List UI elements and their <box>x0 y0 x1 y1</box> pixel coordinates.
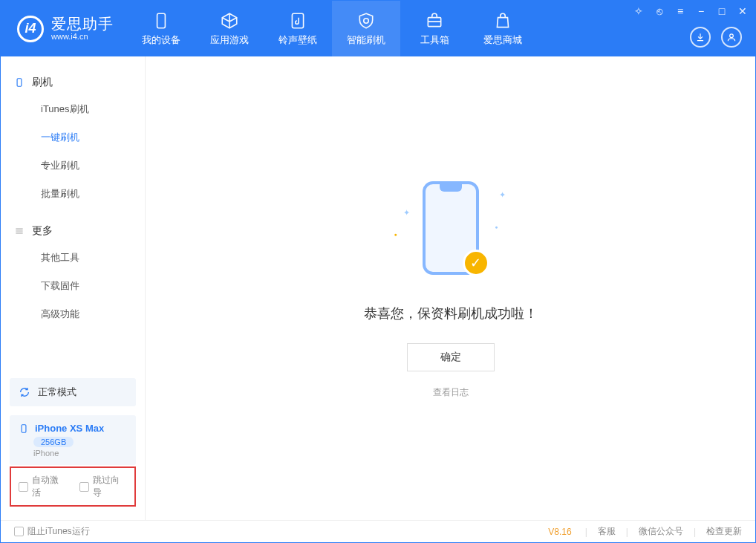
main-tabs: 我的设备 应用游戏 铃声壁纸 智能刷机 工具箱 爱思商城 <box>127 1 537 56</box>
tab-my-device[interactable]: 我的设备 <box>127 1 195 56</box>
device-mode-row[interactable]: 正常模式 <box>10 378 136 406</box>
ok-button[interactable]: 确定 <box>407 343 495 371</box>
footer-link-wechat[interactable]: 微信公众号 <box>639 525 683 538</box>
skip-guide-checkbox[interactable]: 跳过向导 <box>79 474 127 499</box>
sidebar-section-more: 更多 <box>1 218 145 244</box>
svg-rect-1 <box>292 13 303 28</box>
shield-refresh-icon <box>356 11 376 30</box>
checkmark-badge-icon: ✓ <box>463 250 489 276</box>
tab-ringtones-wallpapers[interactable]: 铃声壁纸 <box>264 1 332 56</box>
checkbox-icon <box>19 482 28 492</box>
device-icon <box>151 11 171 30</box>
sidebar-section-flash: 刷机 <box>1 70 145 95</box>
sidebar-item-other-tools[interactable]: 其他工具 <box>1 244 145 272</box>
svg-rect-0 <box>157 13 166 28</box>
app-logo: i4 爱思助手 www.i4.cn <box>1 1 127 56</box>
download-button[interactable] <box>690 27 711 48</box>
toolbox-icon <box>425 11 444 30</box>
checkbox-icon <box>14 527 24 536</box>
version-label: V8.16 <box>548 527 571 537</box>
checkbox-icon <box>79 482 89 492</box>
block-itunes-checkbox[interactable]: 阻止iTunes运行 <box>14 525 90 538</box>
auto-activate-checkbox[interactable]: 自动激活 <box>19 474 66 499</box>
options-row: 自动激活 跳过向导 <box>10 466 136 507</box>
sidebar-item-itunes-flash[interactable]: iTunes刷机 <box>1 95 145 123</box>
tab-label: 我的设备 <box>142 33 180 47</box>
tab-label: 应用游戏 <box>210 33 249 47</box>
user-icon <box>726 32 737 42</box>
maximize-button[interactable]: □ <box>717 5 727 17</box>
sidebar-item-download-firmware[interactable]: 下载固件 <box>1 272 145 300</box>
music-file-icon <box>288 11 307 30</box>
account-button[interactable] <box>721 27 742 48</box>
view-log-link[interactable]: 查看日志 <box>433 386 469 399</box>
device-type: iPhone <box>33 449 127 458</box>
tab-toolbox[interactable]: 工具箱 <box>400 1 469 56</box>
sidebar-item-batch-flash[interactable]: 批量刷机 <box>1 180 145 208</box>
lock-icon[interactable]: ⎋ <box>654 5 665 17</box>
sidebar-item-pro-flash[interactable]: 专业刷机 <box>1 152 145 180</box>
section-title: 刷机 <box>32 76 53 89</box>
list-icon <box>14 226 25 236</box>
tab-smart-flash[interactable]: 智能刷机 <box>332 1 400 56</box>
footer-links: | 客服 | 微信公众号 | 检查更新 <box>585 525 742 538</box>
cube-icon <box>220 11 239 30</box>
device-mode-label: 正常模式 <box>38 386 76 399</box>
bag-icon <box>493 11 512 30</box>
sidebar-item-advanced[interactable]: 高级功能 <box>1 300 145 328</box>
footer-link-update[interactable]: 检查更新 <box>706 525 742 538</box>
tab-apps-games[interactable]: 应用游戏 <box>195 1 264 56</box>
footer-link-support[interactable]: 客服 <box>598 525 616 538</box>
phone-small-icon <box>19 423 29 434</box>
header: i4 爱思助手 www.i4.cn 我的设备 应用游戏 铃声壁纸 智能刷机 工具… <box>1 1 755 56</box>
minimize-button[interactable]: − <box>696 5 706 17</box>
header-actions <box>690 27 742 48</box>
app-title: 爱思助手 <box>51 16 114 32</box>
checkbox-label: 自动激活 <box>32 474 66 499</box>
close-button[interactable]: ✕ <box>737 5 748 17</box>
success-message: 恭喜您，保资料刷机成功啦！ <box>364 305 538 322</box>
app-subtitle: www.i4.cn <box>51 32 114 41</box>
sidebar: 刷机 iTunes刷机 一键刷机 专业刷机 批量刷机 更多 其他工具 下载固件 … <box>1 56 146 520</box>
tab-label: 工具箱 <box>420 33 449 47</box>
menu-icon[interactable]: ≡ <box>675 5 685 17</box>
device-storage-badge: 256GB <box>33 437 74 447</box>
window-controls: ✧ ⎋ ≡ − □ ✕ <box>633 5 748 17</box>
download-icon <box>695 32 706 42</box>
tab-label: 智能刷机 <box>347 33 385 47</box>
sparkle-icon: ● <box>394 232 397 237</box>
svg-rect-4 <box>17 79 22 87</box>
section-title: 更多 <box>32 224 53 238</box>
refresh-icon <box>19 386 30 398</box>
sparkle-icon: ● <box>495 224 498 230</box>
device-info-row[interactable]: iPhone XS Max 256GB iPhone <box>10 415 136 465</box>
sparkle-icon: ✦ <box>403 208 410 218</box>
success-illustration: ✦ ● ✦ ● ✓ <box>399 178 503 282</box>
sidebar-item-one-key-flash[interactable]: 一键刷机 <box>1 123 145 152</box>
phone-icon <box>14 77 25 88</box>
main-content: ✦ ● ✦ ● ✓ 恭喜您，保资料刷机成功啦！ 确定 查看日志 <box>146 56 755 520</box>
svg-rect-5 <box>22 424 26 432</box>
tab-label: 爱思商城 <box>483 33 522 47</box>
tab-label: 铃声壁纸 <box>278 33 317 47</box>
checkbox-label: 阻止iTunes运行 <box>27 525 90 538</box>
footer: 阻止iTunes运行 V8.16 | 客服 | 微信公众号 | 检查更新 <box>1 520 755 542</box>
tab-store[interactable]: 爱思商城 <box>469 1 537 56</box>
checkbox-label: 跳过向导 <box>93 474 127 499</box>
device-name: iPhone XS Max <box>35 423 104 434</box>
sparkle-icon: ✦ <box>499 190 506 200</box>
shirt-icon[interactable]: ✧ <box>633 5 644 17</box>
logo-icon: i4 <box>17 16 44 42</box>
svg-point-3 <box>730 34 734 38</box>
